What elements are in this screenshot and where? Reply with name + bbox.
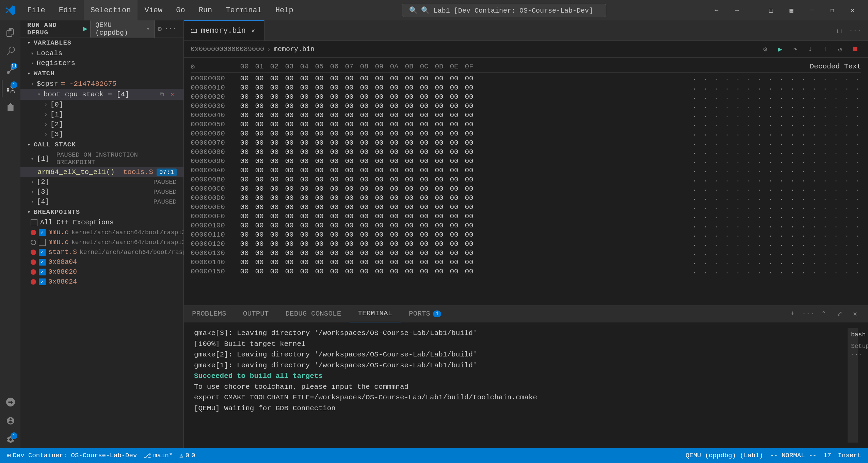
hex-byte-val[interactable]: 00 bbox=[328, 194, 340, 202]
hex-byte-val[interactable]: 00 bbox=[418, 130, 430, 138]
hex-byte-val[interactable]: 00 bbox=[328, 148, 340, 156]
hex-row-00000070[interactable]: 0000007000000000000000000000000000000000… bbox=[191, 138, 861, 147]
hex-byte-val[interactable]: 00 bbox=[403, 130, 415, 138]
frame-arm64[interactable]: arm64_elX_to_el1() tools.S 97:1 bbox=[20, 167, 183, 177]
panel-close-btn[interactable]: ✕ bbox=[849, 308, 861, 320]
hex-byte-val[interactable]: 00 bbox=[268, 212, 280, 220]
hex-byte-val[interactable]: 00 bbox=[373, 176, 385, 183]
panel-minimize-btn[interactable]: ⌃ bbox=[818, 308, 830, 320]
hex-byte-val[interactable]: 00 bbox=[253, 121, 266, 128]
hex-byte-val[interactable]: 00 bbox=[403, 231, 415, 239]
hex-row-000000A0[interactable]: 000000A000000000000000000000000000000000… bbox=[191, 166, 861, 175]
hex-byte-val[interactable]: 00 bbox=[373, 121, 385, 128]
sidebar-item-account[interactable] bbox=[2, 412, 19, 429]
hex-byte-val[interactable]: 00 bbox=[448, 157, 460, 165]
hex-byte-val[interactable]: 00 bbox=[433, 203, 445, 211]
hex-byte-val[interactable]: 00 bbox=[238, 212, 251, 220]
split-editor-btn[interactable]: ⬚ bbox=[762, 3, 779, 17]
hex-byte-val[interactable]: 00 bbox=[373, 84, 385, 92]
hex-byte-val[interactable]: 00 bbox=[253, 185, 266, 193]
hex-byte-val[interactable]: 00 bbox=[283, 185, 295, 193]
bp-starts[interactable]: ✓ start.S kernel/arch/aarch64/boot/raspi… bbox=[20, 247, 183, 257]
hex-byte-val[interactable]: 00 bbox=[268, 84, 280, 92]
hex-byte-val[interactable]: 00 bbox=[463, 75, 475, 82]
sidebar-item-search[interactable] bbox=[2, 43, 19, 60]
hex-byte-val[interactable]: 00 bbox=[253, 249, 266, 257]
hex-byte-val[interactable]: 00 bbox=[328, 212, 340, 220]
hex-play-icon[interactable]: ▶ bbox=[774, 43, 786, 55]
hex-byte-val[interactable]: 00 bbox=[418, 194, 430, 202]
hex-byte-val[interactable]: 00 bbox=[388, 157, 400, 165]
hex-byte-val[interactable]: 00 bbox=[268, 139, 280, 147]
hex-byte-val[interactable]: 00 bbox=[268, 258, 280, 266]
hex-byte-val[interactable]: 00 bbox=[313, 93, 325, 101]
hex-byte-val[interactable]: 00 bbox=[463, 203, 475, 211]
hex-byte-val[interactable]: 00 bbox=[238, 166, 251, 174]
hex-byte-val[interactable]: 00 bbox=[343, 231, 355, 239]
bp-mmu-unchecked-checkbox[interactable] bbox=[39, 239, 46, 246]
hex-byte-val[interactable]: 00 bbox=[268, 240, 280, 248]
hex-byte-val[interactable]: 00 bbox=[283, 84, 295, 92]
hex-byte-val[interactable]: 00 bbox=[298, 75, 310, 82]
hex-byte-val[interactable]: 00 bbox=[418, 222, 430, 229]
hex-byte-val[interactable]: 00 bbox=[433, 194, 445, 202]
panel-tab-ports[interactable]: PORTS 1 bbox=[401, 305, 450, 322]
hex-byte-val[interactable]: 00 bbox=[418, 157, 430, 165]
hex-byte-val[interactable]: 00 bbox=[328, 268, 340, 275]
hex-byte-val[interactable]: 00 bbox=[298, 249, 310, 257]
hex-byte-val[interactable]: 00 bbox=[418, 185, 430, 193]
hex-byte-val[interactable]: 00 bbox=[448, 148, 460, 156]
hex-byte-val[interactable]: 00 bbox=[388, 148, 400, 156]
hex-byte-val[interactable]: 00 bbox=[268, 111, 280, 119]
tab-memory-bin[interactable]: 🗃 memory.bin ✕ bbox=[184, 20, 264, 41]
hex-byte-val[interactable]: 00 bbox=[373, 157, 385, 165]
hex-byte-val[interactable]: 00 bbox=[283, 93, 295, 101]
stack-item-0[interactable]: › [0] bbox=[20, 100, 183, 110]
callstack-section-header[interactable]: ▾ CALL STACK bbox=[20, 139, 183, 150]
panel-tab-output[interactable]: OUTPUT bbox=[235, 305, 277, 322]
hex-byte-val[interactable]: 00 bbox=[253, 157, 266, 165]
hex-byte-val[interactable]: 00 bbox=[343, 102, 355, 110]
thread-2-entry[interactable]: › [2] PAUSED bbox=[20, 177, 183, 187]
hex-byte-val[interactable]: 00 bbox=[403, 157, 415, 165]
hex-byte-val[interactable]: 00 bbox=[463, 258, 475, 266]
hex-byte-val[interactable]: 00 bbox=[298, 157, 310, 165]
hex-byte-val[interactable]: 00 bbox=[283, 139, 295, 147]
hex-byte-val[interactable]: 00 bbox=[463, 194, 475, 202]
hex-byte-val[interactable]: 00 bbox=[328, 130, 340, 138]
hex-byte-val[interactable]: 00 bbox=[403, 222, 415, 229]
hex-byte-val[interactable]: 00 bbox=[373, 212, 385, 220]
hex-byte-val[interactable]: 00 bbox=[388, 240, 400, 248]
hex-byte-val[interactable]: 00 bbox=[388, 93, 400, 101]
hex-byte-val[interactable]: 00 bbox=[433, 157, 445, 165]
nav-forward[interactable]: → bbox=[728, 3, 745, 17]
hex-byte-val[interactable]: 00 bbox=[373, 102, 385, 110]
hex-byte-val[interactable]: 00 bbox=[313, 176, 325, 183]
hex-byte-val[interactable]: 00 bbox=[433, 176, 445, 183]
hex-byte-val[interactable]: 00 bbox=[268, 157, 280, 165]
hex-byte-val[interactable]: 00 bbox=[463, 130, 475, 138]
hex-byte-val[interactable]: 00 bbox=[463, 121, 475, 128]
hex-byte-val[interactable]: 00 bbox=[298, 111, 310, 119]
more-actions-btn[interactable]: ··· bbox=[849, 25, 861, 37]
hex-byte-val[interactable]: 00 bbox=[403, 166, 415, 174]
hex-byte-val[interactable]: 00 bbox=[448, 203, 460, 211]
hex-byte-val[interactable]: 00 bbox=[328, 176, 340, 183]
hex-byte-val[interactable]: 00 bbox=[313, 212, 325, 220]
hex-byte-val[interactable]: 00 bbox=[463, 102, 475, 110]
hex-byte-val[interactable]: 00 bbox=[403, 111, 415, 119]
hex-byte-val[interactable]: 00 bbox=[433, 212, 445, 220]
hex-byte-val[interactable]: 00 bbox=[418, 231, 430, 239]
hex-row-00000060[interactable]: 0000006000000000000000000000000000000000… bbox=[191, 129, 861, 138]
hex-byte-val[interactable]: 00 bbox=[268, 249, 280, 257]
hex-byte-val[interactable]: 00 bbox=[373, 111, 385, 119]
hex-byte-val[interactable]: 00 bbox=[253, 240, 266, 248]
hex-byte-val[interactable]: 00 bbox=[253, 75, 266, 82]
bp-mmu-checked-checkbox[interactable]: ✓ bbox=[39, 229, 46, 236]
menu-help[interactable]: Help bbox=[269, 0, 300, 20]
stack-item-1[interactable]: › [1] bbox=[20, 110, 183, 119]
hex-row-00000000[interactable]: 0000000000000000000000000000000000000000… bbox=[191, 74, 861, 83]
hex-byte-val[interactable]: 00 bbox=[373, 249, 385, 257]
hex-byte-val[interactable]: 00 bbox=[448, 185, 460, 193]
hex-byte-val[interactable]: 00 bbox=[358, 130, 370, 138]
